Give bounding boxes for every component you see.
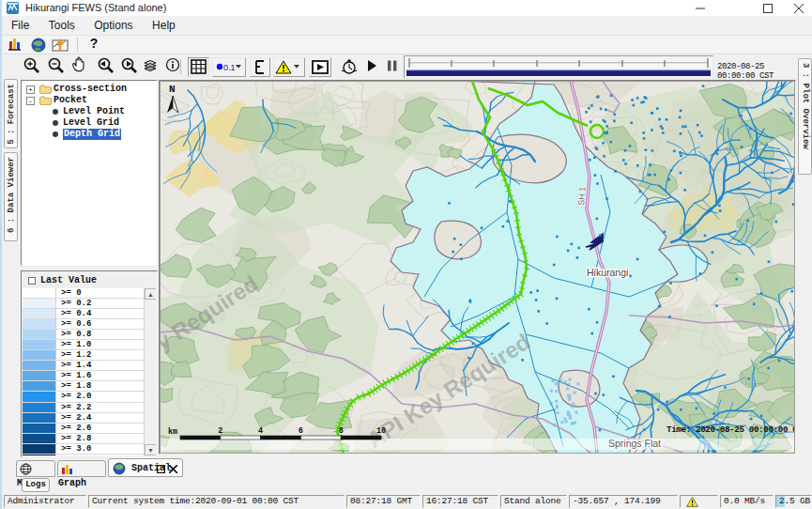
legend-threshold-label: >= 0.6 [61,319,91,330]
minimize-button[interactable] [684,0,716,16]
legend-row[interactable]: >= 3.2 [23,455,156,455]
svg-text:10: 10 [376,426,386,436]
legend-row[interactable]: >= 1.4 [23,361,156,371]
menu-file[interactable]: File [4,16,37,35]
menu-tools[interactable]: Tools [41,16,83,35]
status-download-rate: 0.0 MB/s [720,495,774,508]
legend-row[interactable]: >= 2.4 [23,413,156,424]
legend-threshold-label: >= 2.4 [61,413,91,424]
close-button[interactable] [783,0,812,16]
menu-help[interactable]: Help [145,16,183,35]
legend-swatch [23,434,56,443]
globe-icon [32,39,45,52]
scale-button[interactable] [250,57,270,77]
tree-item-depth-grid[interactable]: Depth Grid [22,129,157,140]
legend-row[interactable]: >= 1.6 [23,371,156,381]
legend-panel: Last Value >= 0 >= 0.2 >= 0.4 >= 0.6 >= … [21,270,158,457]
legend-threshold-label: >= 3.2 [61,455,91,455]
map-toolbar: 0.1 [19,54,797,80]
map-time-label: Time: 2020-08-25 00:00:00 CST [666,424,795,435]
legend-scrollbar[interactable]: ▲ ▼ [144,288,156,455]
legend-row[interactable]: >= 2.8 [23,434,156,444]
filter-tree[interactable]: + Cross-section- PocketLevel PointLevel … [22,81,157,140]
legend-threshold-label: >= 1.6 [61,371,91,381]
svg-text:2: 2 [218,426,222,436]
legend-row[interactable]: >= 2.0 [23,392,156,402]
legend-row[interactable]: >= 0.4 [23,309,156,319]
dock-tab-plot-overview[interactable]: 3 : Plot Overview [798,58,812,175]
tab-map[interactable]: Map [16,460,55,477]
legend-threshold-label: >= 1.0 [61,340,91,350]
legend-threshold-label: >= 0.4 [61,309,91,319]
legend-row[interactable]: >= 0.6 [23,319,156,330]
animation-button[interactable] [309,57,331,77]
legend-threshold-label: >= 2.8 [61,434,91,444]
bullet-icon [53,120,58,126]
tree-item-level-grid[interactable]: Level Grid [22,117,157,129]
tree-item-level-point[interactable]: Level Point [22,106,157,117]
zoom-previous-button [100,59,114,73]
classification-dropdown[interactable]: 0.1 [212,57,246,77]
zoom-in-button [25,59,39,73]
timeline-slider[interactable] [404,55,713,79]
legend-row[interactable]: >= 1.2 [23,350,156,361]
status-warning-icon [686,497,698,507]
dock-tab-forecast[interactable]: 5 : Forecast [4,79,18,148]
scroll-up-icon[interactable]: ▲ [145,288,156,300]
grid-display-button[interactable] [188,57,209,77]
tab-graph-label: Graph [58,478,86,488]
main-toolbar-icons [4,36,75,54]
legend-row[interactable]: >= 2.2 [23,403,156,413]
map-display[interactable]: API Key Required API Key Required Hikura… [159,80,796,455]
play-button [368,60,376,71]
last-value-checkbox[interactable] [28,277,36,285]
legend-swatch [23,361,56,370]
legend-swatch [23,371,56,380]
legend-row[interactable]: >= 0.8 [23,330,156,340]
tree-item-pocket[interactable]: - Pocket [22,95,157,106]
zoom-next-button [123,59,137,73]
legend-swatch [23,455,56,455]
legend-row[interactable]: >= 1.8 [23,381,156,392]
scroll-down-icon[interactable]: ▼ [145,444,156,455]
legend-row[interactable]: >= 1.0 [23,340,156,350]
help-button[interactable]: ? [86,36,101,51]
tab-maximize-icon[interactable] [157,465,165,473]
filter-tree-panel: + Cross-section- PocketLevel PointLevel … [21,80,158,266]
tree-item-cross-section[interactable]: + Cross-section [22,84,157,95]
map-canvas[interactable]: API Key Required API Key Required Hikura… [160,81,795,454]
timer-button[interactable] [339,57,360,77]
legend-swatch [23,299,56,308]
status-bar: Administrator Current system time:2020-0… [2,494,812,509]
svg-text:8: 8 [339,426,344,436]
legend-swatch [23,444,56,454]
layers-button [145,61,156,71]
svg-text:N: N [169,84,176,95]
status-user: Administrator [4,495,86,508]
tab-graph[interactable]: Graph [57,460,106,477]
legend-swatch [23,424,56,433]
dock-tab-data-viewer[interactable]: 6 : Data Viewer [4,152,18,241]
legend-swatch [23,340,56,349]
status-coordinates: -35.657 , 174.199 [569,495,678,508]
status-mode: Stand alone [500,495,567,508]
maximize-button[interactable] [752,0,784,16]
legend-row[interactable]: >= 0 [23,288,156,299]
tree-toggle-icon[interactable]: - [26,97,35,105]
logs-button[interactable]: Logs [22,478,50,492]
tab-close-icon[interactable] [169,465,177,473]
bullet-icon [53,109,58,115]
tree-toggle-icon[interactable]: + [26,85,35,94]
legend-row[interactable]: >= 0.2 [23,299,156,309]
menu-options[interactable]: Options [86,16,140,35]
legend-swatch [23,309,56,318]
warnings-dropdown[interactable] [273,57,305,77]
tab-spatial[interactable]: Spatial [108,458,183,477]
folder-icon [39,85,52,94]
legend-row[interactable]: >= 2.6 [23,424,156,434]
map-tab-globe-icon [20,463,32,475]
status-system-time: Current system time:2020-09-01 00:00 CST [88,495,345,508]
legend-threshold-label: >= 2.2 [61,403,91,413]
zoom-out-button [50,59,64,73]
legend-row[interactable]: >= 3.0 [23,444,156,455]
